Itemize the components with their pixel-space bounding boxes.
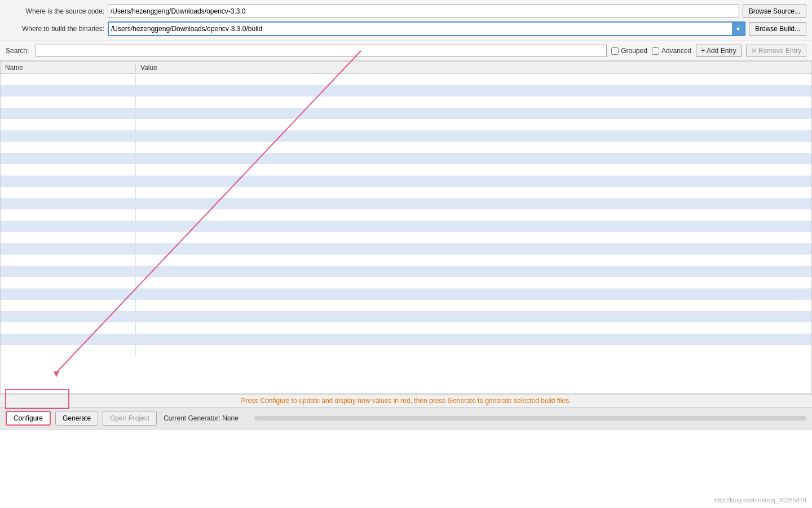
status-message: Press Configure to update and display ne… <box>241 397 571 405</box>
table-row <box>1 232 811 243</box>
build-label: Where to build the binaries: <box>6 25 104 33</box>
table-row <box>1 153 811 164</box>
table-row <box>1 311 811 322</box>
col-name-header: Name <box>1 64 136 72</box>
watermark: http://blog.csdn.net/qq_36285879 <box>714 497 806 503</box>
table-row <box>1 322 811 334</box>
search-label: Search: <box>6 47 29 55</box>
table-row <box>1 300 811 311</box>
table-row <box>1 209 811 221</box>
table-row <box>1 130 811 142</box>
advanced-checkbox-group: Advanced <box>652 47 691 55</box>
bottom-toolbar: Configure Generate Open Project Current … <box>0 407 812 429</box>
remove-entry-button[interactable]: ✕ Remove Entry <box>746 45 806 57</box>
table-row <box>1 164 811 176</box>
table-row <box>1 221 811 232</box>
log-area <box>0 429 812 508</box>
browse-source-button[interactable]: Browse Source... <box>743 5 806 18</box>
source-path-input[interactable] <box>108 5 739 18</box>
table-row <box>1 74 811 85</box>
grouped-label: Grouped <box>621 47 647 55</box>
table-row <box>1 345 811 356</box>
browse-build-button[interactable]: Browse Build... <box>749 22 806 36</box>
table-row <box>1 334 811 345</box>
generator-label: Current Generator: None <box>164 414 239 422</box>
grouped-checkbox-group: Grouped <box>611 47 647 55</box>
advanced-label: Advanced <box>661 47 691 55</box>
search-section: Search: Grouped Advanced + Add Entry ✕ R… <box>0 41 812 61</box>
table-row <box>1 85 811 97</box>
table-row <box>1 108 811 119</box>
table-row <box>1 266 811 277</box>
table-row <box>1 142 811 153</box>
table-row <box>1 243 811 255</box>
advanced-checkbox[interactable] <box>652 47 659 55</box>
build-path-input[interactable] <box>109 23 732 35</box>
generate-button[interactable]: Generate <box>55 411 98 426</box>
table-row <box>1 176 811 187</box>
table-row <box>1 187 811 198</box>
open-project-button[interactable]: Open Project <box>103 411 157 426</box>
add-entry-button[interactable]: + Add Entry <box>696 45 741 57</box>
build-row: Where to build the binaries: ▼ Browse Bu… <box>6 21 806 36</box>
col-value-header: Value <box>136 64 811 72</box>
source-row: Where is the source code: Browse Source.… <box>6 5 806 18</box>
table-header: Name Value <box>1 62 811 74</box>
build-dropdown-arrow[interactable]: ▼ <box>732 23 744 35</box>
search-input[interactable] <box>36 45 607 57</box>
table-row <box>1 119 811 130</box>
table-row <box>1 255 811 266</box>
table-row <box>1 97 811 108</box>
table-body <box>1 74 811 393</box>
table-row <box>1 277 811 288</box>
grouped-checkbox[interactable] <box>611 47 619 55</box>
table-area: Name Value <box>0 61 812 394</box>
source-input-wrapper <box>108 5 739 18</box>
table-row <box>1 288 811 300</box>
configure-button[interactable]: Configure <box>6 411 51 426</box>
top-section: Where is the source code: Browse Source.… <box>0 0 812 41</box>
status-bar: Press Configure to update and display ne… <box>0 394 812 407</box>
progress-bar <box>254 416 806 421</box>
table-row <box>1 198 811 209</box>
main-container: Where is the source code: Browse Source.… <box>0 0 812 508</box>
build-input-wrapper: ▼ <box>108 21 745 36</box>
source-label: Where is the source code: <box>6 7 104 15</box>
